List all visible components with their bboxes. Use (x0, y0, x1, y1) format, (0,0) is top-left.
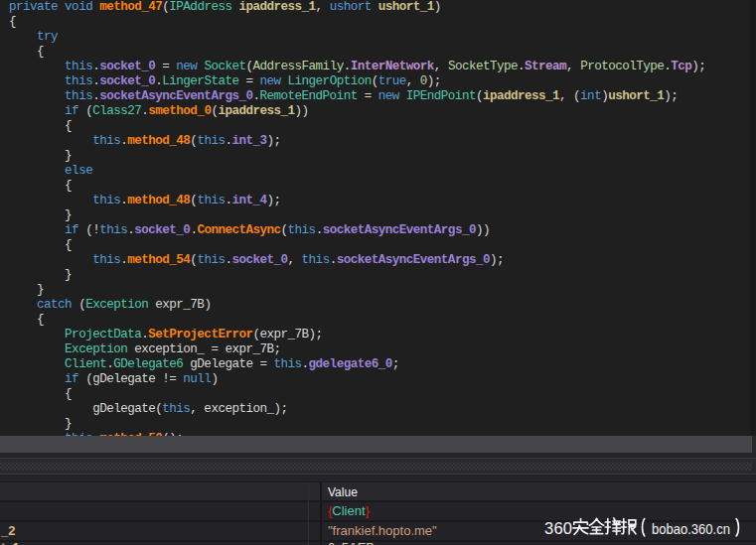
svg-text:360: 360 (544, 519, 572, 537)
svg-text:bobao.360.cn: bobao.360.cn (652, 520, 730, 537)
